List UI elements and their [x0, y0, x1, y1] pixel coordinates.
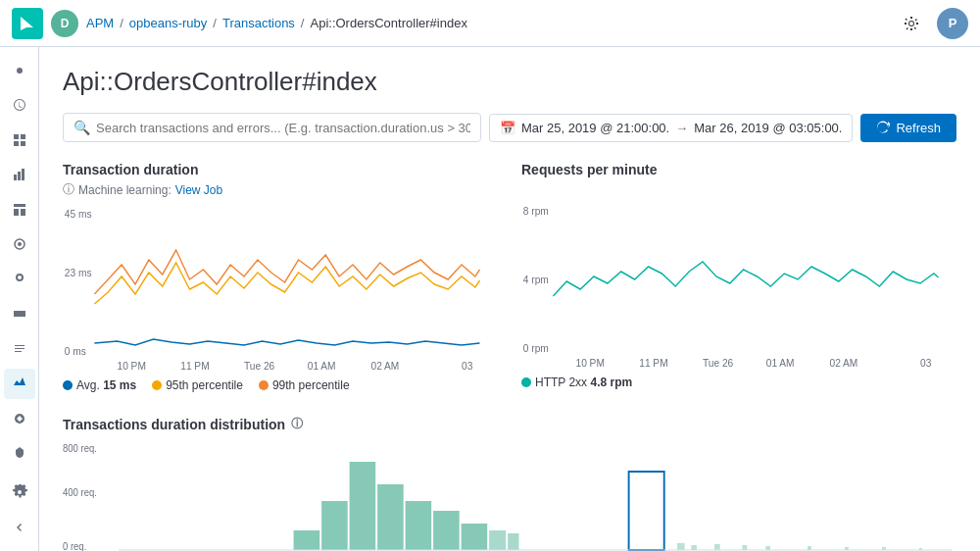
sidebar-icon-visualize[interactable] — [4, 160, 35, 191]
sidebar-icon-canvas[interactable] — [4, 229, 35, 261]
svg-text:0 req.: 0 req. — [63, 541, 86, 551]
date-range-picker[interactable]: 📅 Mar 25, 2019 @ 21:00:00. → Mar 26, 201… — [489, 114, 854, 142]
svg-text:01 AM: 01 AM — [766, 357, 795, 369]
svg-rect-42 — [350, 462, 376, 550]
svg-text:03: 03 — [920, 357, 931, 369]
breadcrumb-sep-3: / — [301, 16, 305, 30]
search-input[interactable] — [96, 121, 470, 135]
sidebar-icon-home[interactable] — [4, 55, 35, 86]
svg-rect-45 — [433, 511, 460, 550]
main-layout: Api::OrdersController#index 🔍 📅 Mar 25, … — [0, 47, 980, 551]
sidebar — [0, 47, 39, 551]
search-icon: 🔍 — [74, 120, 90, 135]
svg-rect-4 — [21, 141, 25, 146]
svg-text:01 AM: 01 AM — [308, 360, 336, 372]
date-start: Mar 25, 2019 @ 21:00:00. — [521, 121, 669, 135]
sidebar-collapse-button[interactable] — [4, 512, 35, 543]
breadcrumb-sep-2: / — [213, 16, 217, 30]
date-arrow: → — [675, 121, 688, 135]
svg-text:0 ms: 0 ms — [65, 345, 86, 357]
refresh-label: Refresh — [896, 121, 941, 135]
svg-rect-53 — [743, 545, 748, 550]
svg-text:02 AM: 02 AM — [830, 357, 858, 369]
svg-text:8 rpm: 8 rpm — [523, 205, 549, 217]
svg-rect-7 — [21, 209, 25, 216]
date-end: Mar 26, 2019 @ 03:05:00. — [694, 121, 842, 135]
search-bar[interactable]: 🔍 — [63, 113, 481, 142]
transaction-duration-chart: 45 ms 23 ms 0 ms 10 PM 11 PM Tue 26 01 A… — [63, 206, 498, 373]
ml-link-row: ⓘ Machine learning: View Job — [63, 181, 498, 198]
sidebar-icon-settings[interactable] — [4, 476, 35, 508]
sidebar-icon-uptime[interactable] — [4, 403, 35, 434]
svg-rect-51 — [691, 545, 697, 550]
duration-legend: Avg. 15 ms 95th percentile 99th percenti… — [63, 378, 498, 392]
nav-right-area: P — [896, 8, 968, 39]
svg-text:03: 03 — [462, 360, 472, 372]
svg-rect-48 — [508, 533, 518, 550]
settings-button[interactable] — [896, 8, 927, 39]
svg-text:800 req.: 800 req. — [63, 443, 97, 454]
svg-rect-5 — [14, 204, 25, 207]
refresh-icon — [876, 121, 890, 134]
svg-text:400 req.: 400 req. — [63, 487, 97, 498]
svg-rect-3 — [14, 141, 19, 146]
svg-point-9 — [18, 242, 22, 246]
sidebar-icon-dashboard[interactable] — [4, 194, 35, 225]
view-job-link[interactable]: View Job — [175, 183, 222, 197]
svg-text:0 rpm: 0 rpm — [523, 342, 549, 354]
charts-row: Transaction duration ⓘ Machine learning:… — [63, 162, 956, 392]
svg-text:Tue 26: Tue 26 — [244, 360, 274, 372]
space-badge[interactable]: D — [51, 10, 78, 37]
toolbar: 🔍 📅 Mar 25, 2019 @ 21:00:00. → Mar 26, 2… — [63, 113, 956, 142]
avg-legend: Avg. 15 ms — [76, 378, 136, 392]
calendar-icon: 📅 — [500, 121, 515, 135]
sidebar-icon-infra[interactable] — [4, 299, 35, 330]
main-content: Api::OrdersController#index 🔍 📅 Mar 25, … — [39, 47, 980, 551]
svg-rect-47 — [489, 530, 506, 550]
svg-text:10 PM: 10 PM — [576, 357, 605, 369]
rpm-title: Requests per minute — [521, 162, 956, 177]
svg-rect-52 — [714, 544, 720, 550]
sidebar-icon-recent[interactable] — [4, 90, 35, 122]
svg-text:02 AM: 02 AM — [371, 360, 400, 372]
sidebar-icon-siem[interactable] — [4, 438, 35, 470]
transaction-duration-title: Transaction duration — [63, 162, 498, 177]
svg-rect-46 — [462, 524, 488, 550]
transaction-duration-panel: Transaction duration ⓘ Machine learning:… — [63, 162, 498, 392]
breadcrumb-sep-1: / — [120, 16, 123, 30]
svg-text:10 PM: 10 PM — [118, 360, 146, 372]
svg-rect-50 — [677, 543, 685, 550]
sidebar-icon-apm[interactable] — [4, 369, 35, 400]
svg-rect-49 — [629, 472, 664, 550]
distribution-section: Transactions duration distribution ⓘ 800… — [63, 416, 956, 551]
svg-text:23 ms: 23 ms — [65, 267, 92, 278]
sidebar-icon-discover[interactable] — [4, 125, 35, 156]
p99-legend: 99th percentile — [272, 378, 350, 392]
breadcrumb-transactions[interactable]: Transactions — [222, 16, 295, 30]
svg-rect-6 — [14, 209, 19, 216]
requests-per-minute-panel: Requests per minute 8 rpm 4 rpm 0 rpm 10… — [521, 162, 956, 392]
svg-rect-41 — [321, 501, 348, 550]
top-navigation: D APM / opbeans-ruby / Transactions / Ap… — [0, 0, 980, 47]
svg-text:4 rpm: 4 rpm — [523, 274, 549, 285]
breadcrumb: APM / opbeans-ruby / Transactions / Api:… — [86, 16, 467, 30]
svg-text:Tue 26: Tue 26 — [703, 357, 733, 369]
sidebar-icon-logs[interactable] — [4, 333, 35, 365]
distribution-chart: 800 req. 400 req. 0 req. 0 ms 5 ms 10 ms… — [63, 440, 956, 551]
sidebar-icon-maps[interactable] — [4, 264, 35, 295]
svg-rect-40 — [294, 530, 320, 550]
breadcrumb-current: Api::OrdersController#index — [310, 16, 466, 30]
svg-rect-55 — [808, 546, 811, 550]
svg-text:45 ms: 45 ms — [65, 208, 92, 220]
distribution-title: Transactions duration distribution ⓘ — [63, 416, 956, 432]
http2xx-legend: HTTP 2xx 4.8 rpm — [535, 376, 632, 389]
distribution-info-icon[interactable]: ⓘ — [291, 416, 303, 432]
user-avatar[interactable]: P — [937, 8, 968, 39]
breadcrumb-opbeans[interactable]: opbeans-ruby — [129, 16, 208, 30]
svg-rect-44 — [406, 501, 432, 550]
p95-legend: 95th percentile — [166, 378, 243, 392]
svg-rect-54 — [765, 546, 770, 550]
refresh-button[interactable]: Refresh — [860, 114, 956, 142]
svg-rect-1 — [14, 134, 19, 139]
breadcrumb-apm[interactable]: APM — [86, 16, 114, 30]
